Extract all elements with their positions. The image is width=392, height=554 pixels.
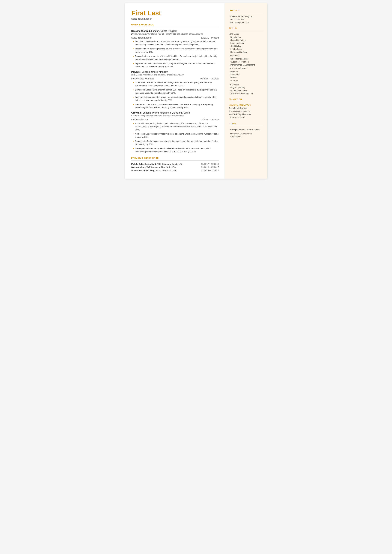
education-section: EDUCATION University of New York Bachelo…: [229, 98, 263, 119]
bullet-1-4: Implemented an innovative retention prog…: [133, 62, 219, 68]
prev-exp-dates-1: 06/2017 – 10/2018: [201, 163, 219, 165]
job-title-1: Sales Team Leader: [131, 36, 152, 39]
contact-item-2: +44 123456789: [229, 18, 263, 21]
company-3: Growthsi, London, United Kingdom & Barce…: [131, 111, 219, 114]
job-dates-3: 11/2018 – 08/2019: [201, 118, 219, 121]
job-title-2: Inside Sales Manager: [131, 77, 154, 80]
work-experience-title: WORK EXPERIENCE: [131, 23, 219, 26]
previous-experience-table: Mobile Sales Consultant, ABC Company, Lo…: [131, 163, 219, 171]
other-item-1: HubSpot Inbound Sales Certified.: [229, 128, 263, 131]
job-dates-1: 10/2021 – Present: [201, 36, 219, 39]
other-title: OTHER: [229, 122, 263, 125]
work-entry-2: Polyhire, London, United Kingdom NYSE-li…: [131, 70, 219, 109]
skills-title: SKILLS: [229, 27, 263, 29]
contact-item-1: Chester, United Kingdom: [229, 15, 263, 18]
contact-item-3: first.last@gmail.com: [229, 21, 263, 23]
name-block: First Last Sales Team Leader: [131, 9, 219, 20]
prev-exp-dates-2: 01/2016 – 05/2017: [201, 166, 219, 168]
skills-divider: [229, 31, 263, 31]
language-3: Spanish (Conversational): [229, 92, 263, 95]
prev-exp-dates-3: 07/2014 – 12/2015: [201, 169, 219, 171]
prev-exp-title-rest-3: ABC, New York, USA: [156, 169, 176, 171]
technique-3: Performance Management: [229, 64, 263, 66]
prev-exp-row-3: Auctioneer, (Internship), ABC, New York,…: [131, 169, 219, 171]
bullet-2-3: Implemented an automated system for fore…: [133, 96, 219, 102]
prev-exp-row-2: Sales Advisor, XYZ Company, New York, US…: [131, 166, 219, 168]
contact-section: CONTACT Chester, United Kingdom +44 1234…: [229, 9, 263, 23]
tools-label: Tools and Software:: [229, 67, 263, 70]
prev-exp-title-bold-1: Mobile Sales Consultant,: [131, 163, 157, 165]
technique-1: Sales Management: [229, 58, 263, 60]
company-location-1: London, United Kingdom: [151, 29, 177, 32]
other-item-2: Marketing Management Certification.: [229, 132, 263, 138]
company-tagline-3: Career training and membership SaaS with…: [131, 114, 219, 117]
job-title-3: Inside Sales Rep: [131, 118, 149, 121]
language-2: Romanian (Native): [229, 89, 263, 91]
company-tagline-2: NYSE-listed recruitment and employer bra…: [131, 74, 219, 76]
languages-label: Languages:: [229, 83, 263, 85]
edu-institution: University of New York: [229, 104, 263, 106]
skills-section: SKILLS Hard Skills: Negotiation Sales Op…: [229, 27, 263, 95]
job-header-1: Sales Team Leader 10/2021 – Present: [131, 36, 219, 39]
techniques-label: Techniques:: [229, 55, 263, 57]
company-2: Polyhire, London, United Kingdom: [131, 70, 219, 73]
right-column: CONTACT Chester, United Kingdom +44 1234…: [224, 3, 267, 179]
company-name-2: Polyhire,: [131, 70, 141, 73]
edu-degree: Bachelor of Science: [229, 107, 263, 110]
hard-skill-4: Cold Calling: [229, 45, 263, 47]
left-column: First Last Sales Team Leader WORK EXPERI…: [125, 3, 224, 179]
prev-exp-row-1: Mobile Sales Consultant, ABC Company, Lo…: [131, 163, 219, 165]
other-divider: [229, 126, 263, 126]
bullet-2-4: Created an open line of communication be…: [133, 103, 219, 109]
prev-exp-title-bold-2: Sales Advisor,: [131, 166, 146, 168]
hard-skill-2: Sales Operations: [229, 39, 263, 41]
tool-2: Salesforce: [229, 73, 263, 76]
resume-container: First Last Sales Team Leader WORK EXPERI…: [125, 3, 267, 179]
tool-3: Minitab: [229, 77, 263, 79]
tool-4: HubSpot: [229, 79, 263, 82]
contact-title: CONTACT: [229, 9, 263, 12]
company-name-1: Resume Worded,: [131, 29, 151, 32]
hard-skills-label: Hard Skills:: [229, 33, 263, 35]
bullet-list-3: Assisted in overhauling the touchpoints …: [131, 122, 219, 153]
other-section: OTHER HubSpot Inbound Sales Certified. M…: [229, 122, 263, 138]
prev-exp-title-rest-2: XYZ Company, New York, USA: [146, 166, 176, 168]
education-divider: [229, 102, 263, 102]
hard-skill-3: Merchandising: [229, 42, 263, 44]
work-entry-3: Growthsi, London, United Kingdom & Barce…: [131, 111, 219, 153]
tool-1: Marketo: [229, 70, 263, 73]
contact-divider: [229, 13, 263, 13]
company-name-3: Growthsi,: [131, 111, 142, 114]
hard-skill-5: Inside Sales: [229, 48, 263, 50]
bullet-2-2: Developed a cold calling program to trai…: [133, 88, 219, 95]
job-header-2: Inside Sales Manager 09/2019 – 09/2021: [131, 77, 219, 80]
bullet-3-2: Addressed and successfully resolved clie…: [133, 132, 219, 139]
bullet-3-1: Assisted in overhauling the touchpoints …: [133, 122, 219, 131]
full-name: First Last: [131, 9, 219, 17]
hard-skill-1: Negotiation: [229, 36, 263, 38]
bullet-1-1: Identified challenges of a 12-member sal…: [133, 40, 219, 46]
technique-2: Customer Retention: [229, 61, 263, 63]
prev-exp-left-3: Auctioneer, (Internship), ABC, New York,…: [131, 169, 176, 171]
company-tagline-1: Drone manufacturing startup with 50+ emp…: [131, 33, 219, 35]
bullet-list-1: Identified challenges of a 12-member sal…: [131, 40, 219, 68]
edu-dates: 10/2011 - 06/2014: [229, 116, 263, 119]
edu-field: Business Administration: [229, 110, 263, 113]
prev-exp-left-1: Mobile Sales Consultant, ABC Company, Lo…: [131, 163, 183, 165]
edu-location: New York City, New York: [229, 113, 263, 116]
education-title: EDUCATION: [229, 98, 263, 100]
bullet-3-4: Developed and nurtured professional rela…: [133, 147, 219, 153]
job-subtitle: Sales Team Leader: [131, 17, 219, 20]
prev-exp-left-2: Sales Advisor, XYZ Company, New York, US…: [131, 166, 176, 168]
bullet-1-3: Boosted sales revenue from 13% to 69% wi…: [133, 55, 219, 61]
job-dates-2: 09/2019 – 09/2021: [201, 77, 219, 80]
previous-experience-title: PREVIOUS EXPERIENCE: [131, 157, 219, 159]
bullet-1-2: Introduced new upselling techniques and …: [133, 47, 219, 54]
company-1: Resume Worded, London, United Kingdom: [131, 29, 219, 32]
bullet-list-2: Streamlined operations without sacrifici…: [131, 81, 219, 109]
bullet-2-1: Streamlined operations without sacrifici…: [133, 81, 219, 87]
prev-exp-title-rest-1: ABC Company, London, UK: [156, 163, 183, 165]
company-location-2: London, United Kingdom: [141, 70, 168, 73]
language-1: English (Native): [229, 86, 263, 89]
job-header-3: Inside Sales Rep 11/2018 – 08/2019: [131, 118, 219, 121]
